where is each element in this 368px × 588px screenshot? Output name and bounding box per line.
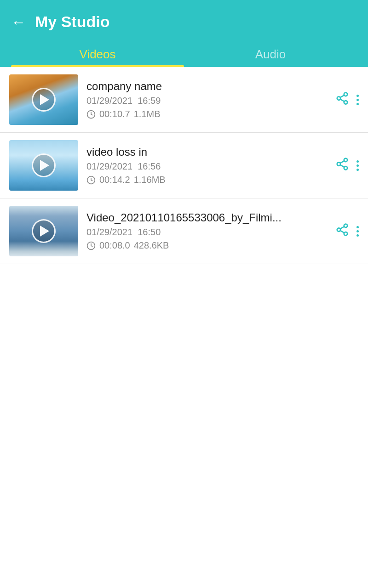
video-info: video loss in 01/29/2021 16:56 00:14.2 1…: [86, 146, 327, 185]
video-title: company name: [86, 80, 327, 93]
more-button[interactable]: [356, 92, 359, 107]
list-item: Video_20210110165533006_by_Filmi... 01/2…: [0, 198, 368, 264]
svg-line-16: [340, 230, 345, 232]
video-meta: 00:08.0 428.6KB: [86, 240, 327, 251]
header: ← My Studio Videos Audio: [0, 0, 368, 67]
list-item: video loss in 01/29/2021 16:56 00:14.2 1…: [0, 133, 368, 198]
svg-line-11: [340, 161, 345, 163]
svg-line-10: [340, 164, 345, 167]
tab-audio[interactable]: Audio: [184, 40, 357, 67]
share-button[interactable]: [335, 91, 349, 108]
video-date: 01/29/2021 16:59: [86, 96, 327, 106]
video-thumbnail[interactable]: [9, 206, 78, 256]
clock-icon: [86, 110, 96, 119]
page-title: My Studio: [35, 13, 109, 31]
clock-icon: [86, 241, 96, 250]
clock-icon: [86, 175, 96, 185]
video-date: 01/29/2021 16:56: [86, 161, 327, 172]
svg-line-5: [340, 95, 345, 97]
play-icon: [40, 226, 49, 237]
play-button[interactable]: [32, 88, 56, 112]
video-meta: 00:10.7 1.1MB: [86, 109, 327, 119]
back-button[interactable]: ←: [11, 15, 26, 29]
video-list: company name 01/29/2021 16:59 00:10.7 1.…: [0, 67, 368, 264]
item-actions: [335, 91, 359, 108]
video-title: video loss in: [86, 146, 327, 158]
video-date: 01/29/2021 16:50: [86, 227, 327, 237]
video-info: Video_20210110165533006_by_Filmi... 01/2…: [86, 211, 327, 251]
share-button[interactable]: [335, 223, 349, 240]
item-actions: [335, 223, 359, 240]
play-icon: [40, 160, 49, 171]
video-title: Video_20210110165533006_by_Filmi...: [86, 211, 327, 224]
svg-line-17: [340, 226, 345, 229]
item-actions: [335, 157, 359, 174]
play-icon: [40, 94, 49, 105]
play-button[interactable]: [32, 153, 56, 177]
more-button[interactable]: [356, 158, 359, 173]
svg-line-4: [340, 99, 345, 101]
video-thumbnail[interactable]: [9, 140, 78, 191]
header-top: ← My Studio: [11, 13, 357, 40]
list-item: company name 01/29/2021 16:59 00:10.7 1.…: [0, 67, 368, 133]
video-thumbnail[interactable]: [9, 74, 78, 125]
share-button[interactable]: [335, 157, 349, 174]
more-button[interactable]: [356, 224, 359, 238]
tab-videos[interactable]: Videos: [11, 40, 184, 67]
tab-bar: Videos Audio: [11, 40, 357, 67]
video-meta: 00:14.2 1.16MB: [86, 175, 327, 185]
tab-underline: [11, 65, 184, 67]
video-info: company name 01/29/2021 16:59 00:10.7 1.…: [86, 80, 327, 119]
play-button[interactable]: [32, 219, 56, 243]
